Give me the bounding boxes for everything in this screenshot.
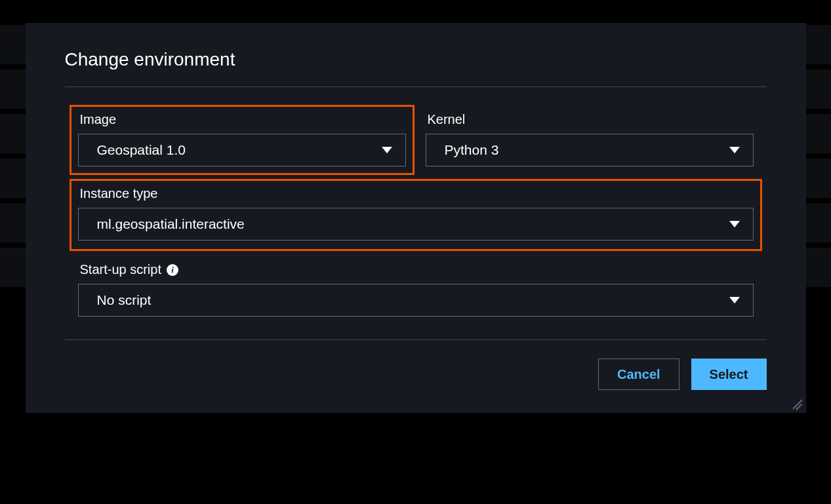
select-button[interactable]: Select: [691, 359, 767, 390]
instance-type-highlight: Instance type ml.geospatial.interactive: [70, 179, 762, 251]
kernel-select-value: Python 3: [445, 142, 499, 158]
chevron-down-icon: [382, 147, 392, 153]
startup-script-select[interactable]: No script: [78, 284, 754, 317]
kernel-label: Kernel: [428, 112, 466, 127]
form-grid: Image Geospatial 1.0 Kernel Python 3 Ins…: [65, 112, 767, 317]
image-label: Image: [80, 112, 117, 127]
kernel-select[interactable]: Python 3: [426, 134, 754, 166]
startup-script-label: Start-up script: [80, 262, 161, 277]
image-field: Image Geospatial 1.0: [78, 112, 406, 166]
resize-handle[interactable]: [790, 397, 802, 409]
instance-type-label: Instance type: [80, 186, 158, 201]
modal-actions: Cancel Select: [65, 359, 767, 390]
instance-type-select-value: ml.geospatial.interactive: [97, 216, 245, 232]
startup-script-field: Start-up script i No script: [78, 262, 754, 317]
divider: [65, 87, 767, 87]
chevron-down-icon: [729, 297, 740, 303]
image-highlight: Image Geospatial 1.0: [70, 105, 415, 175]
chevron-down-icon: [729, 221, 740, 227]
divider: [65, 339, 767, 340]
cancel-button[interactable]: Cancel: [598, 359, 679, 390]
instance-type-field: Instance type ml.geospatial.interactive: [78, 186, 754, 242]
instance-type-select[interactable]: ml.geospatial.interactive: [78, 208, 754, 241]
kernel-field: Kernel Python 3: [426, 112, 754, 166]
chevron-down-icon: [729, 147, 740, 153]
modal-title: Change environment: [65, 49, 767, 70]
startup-script-select-value: No script: [97, 292, 152, 308]
image-select-value: Geospatial 1.0: [97, 142, 186, 158]
change-environment-modal: Change environment Image Geospatial 1.0 …: [26, 23, 806, 413]
info-icon[interactable]: i: [167, 264, 178, 276]
image-select[interactable]: Geospatial 1.0: [78, 134, 406, 166]
